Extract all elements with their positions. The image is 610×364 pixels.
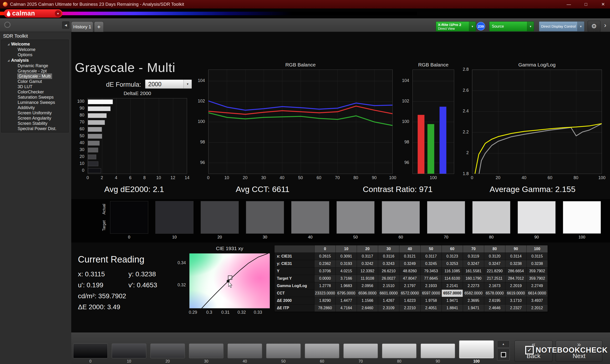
chevron-down-icon: ▼: [183, 80, 192, 88]
expand-right-chevron[interactable]: ›: [602, 21, 609, 29]
pattern-swatch-10[interactable]: [112, 343, 146, 358]
sidebar-item-dynamic-range[interactable]: Dynamic Range: [1, 63, 68, 68]
section-label: Welcome: [11, 42, 30, 47]
display-control-dropdown[interactable]: Direct Display Control ▼: [539, 21, 584, 31]
table-cell: 6596.0000: [357, 290, 378, 297]
pattern-swatch-90[interactable]: [421, 343, 455, 358]
x-axis-tick: 80: [569, 175, 583, 180]
tab-bar: ◀ History 1 + X-Rite i1Pro 2 Direct View…: [0, 18, 610, 32]
sidebar-item-luminance-sweeps[interactable]: Luminance Sweeps: [1, 100, 68, 105]
table-cell: 1.2778: [314, 282, 336, 290]
sidebar-item-welcome[interactable]: Welcome: [1, 47, 68, 52]
close-button[interactable]: ✕: [599, 2, 607, 7]
reading-cdm2: cd/m²: 359.7902: [78, 292, 126, 300]
pattern-swatch-20[interactable]: [150, 343, 185, 358]
sidebar-section-welcome[interactable]: ◢Welcome: [1, 41, 68, 47]
table-cell: 0.3253: [442, 260, 463, 268]
table-row-label: ΔE 2000: [274, 297, 314, 304]
sidebar-item-screen-uniformity[interactable]: Screen Uniformity: [1, 110, 68, 116]
table-col-header: 80: [484, 245, 506, 253]
item-label: Dynamic Range: [18, 63, 48, 68]
table-cell: 2.0956: [357, 282, 378, 290]
sidebar-item-screen-stability[interactable]: Screen Stability: [1, 121, 68, 126]
sidebar-item-grayscale-2pt[interactable]: Grayscale - 2pt: [1, 68, 68, 74]
swatch-label: 100: [563, 235, 601, 240]
chevron-down-icon: ▼: [527, 22, 534, 31]
table-cell: 217.2511: [484, 275, 506, 282]
sidebar-item-options[interactable]: Options: [1, 52, 68, 57]
de-formula-value: 2000: [148, 81, 162, 88]
table-cell: 0.3242: [357, 260, 378, 268]
pattern-level-70: 70: [343, 340, 378, 364]
pattern-window-up-button[interactable]: ▲: [497, 340, 510, 348]
logo-menu-button[interactable]: ▼: [55, 10, 61, 17]
pattern-swatch-60[interactable]: [305, 343, 339, 358]
x-axis-tick: 0.32: [234, 310, 249, 315]
app-icon: [3, 2, 8, 7]
sidebar-section-analysis[interactable]: ◢Analysis: [1, 57, 68, 63]
table-cell: 48.8260: [399, 268, 421, 275]
nav-circle-icon[interactable]: [4, 22, 11, 28]
y-axis-tick: 2: [458, 150, 469, 155]
swatch-color: [427, 201, 465, 234]
table-cell: 3.7166: [336, 275, 357, 282]
meter-dropdown[interactable]: X-Rite i1Pro 2 Direct View ▼: [436, 21, 476, 31]
item-label: ColorChecker: [18, 90, 44, 94]
rainbow-gradient: [0, 12, 417, 15]
table-cell: 0.3249: [399, 260, 421, 268]
table-cell: 1.9758: [421, 297, 442, 304]
y-axis-tick: 100: [194, 119, 205, 124]
tab-history-1[interactable]: History 1: [71, 21, 93, 32]
add-tab-button[interactable]: +: [94, 21, 104, 32]
item-label: 3D LUT: [18, 84, 32, 89]
table-cell: 6578.0000: [484, 290, 506, 297]
sidebar-item-color-gamut[interactable]: Color Gamut: [1, 79, 68, 84]
pattern-swatch-0[interactable]: [73, 343, 108, 358]
sidebar-item-3d-lut[interactable]: 3D LUT: [1, 84, 68, 89]
table-cell: 2.3695: [463, 297, 484, 304]
pattern-swatch-30[interactable]: [189, 343, 223, 358]
meter-count-badge: 239: [477, 22, 485, 30]
x-axis-tick: 100: [386, 175, 400, 180]
sidebar-item-colorchecker[interactable]: ColorChecker: [1, 89, 68, 95]
table-cell: 47.8047: [399, 275, 421, 282]
reading-x: x: 0.3115: [78, 270, 105, 278]
pattern-swatch-80[interactable]: [382, 343, 416, 358]
sidebar-item-grayscale-multi[interactable]: Grayscale - Multi: [1, 74, 68, 79]
pattern-window-button[interactable]: [497, 349, 510, 361]
chart-title: Gamma Log/Log: [472, 62, 602, 68]
item-label: Saturation Sweeps: [18, 95, 54, 100]
y-axis-tick: 10: [73, 161, 84, 166]
calman-logo-button[interactable]: calman ▼: [4, 9, 63, 18]
pattern-swatch-40[interactable]: [228, 343, 262, 358]
sidebar-item-spectral-power-dist[interactable]: Spectral Power Dist.: [1, 126, 68, 131]
sidebar-collapse-button[interactable]: ◀: [62, 21, 69, 29]
table-cell: 6582.0000: [463, 290, 484, 297]
table-row-label: CCT: [274, 290, 314, 297]
pattern-swatch-100[interactable]: [459, 340, 494, 358]
minimize-button[interactable]: —: [565, 2, 572, 7]
swatch-color: [201, 201, 239, 234]
swatch-color: [518, 201, 556, 234]
pattern-swatch-70[interactable]: [343, 343, 378, 358]
table-cell: 161.5581: [463, 268, 484, 275]
settings-gear-button[interactable]: ⚙: [588, 21, 600, 32]
x-axis-tick: 100: [595, 175, 609, 180]
table-cell: 1.4477: [336, 297, 357, 304]
sidebar-item-saturation-sweeps[interactable]: Saturation Sweeps: [1, 95, 68, 100]
pattern-label: 100: [459, 359, 494, 364]
measurement-table: 0102030405060708090100x: CIE310.26150.30…: [274, 245, 548, 312]
current-reading-xy: x: 0.3115 y: 0.3238: [78, 270, 211, 278]
table-cell: 1.8841: [442, 304, 463, 312]
sidebar-item-screen-angularity[interactable]: Screen Angularity: [1, 116, 68, 121]
chart-title: RGB Balance: [208, 62, 393, 68]
maximize-button[interactable]: □: [582, 2, 589, 7]
table-cell: 359.7902: [527, 275, 548, 282]
sidebar-item-additivity[interactable]: Additivity: [1, 105, 68, 110]
avg-de2000-stat: Avg dE2000: 2.1: [104, 185, 164, 194]
grayscale-swatch-60: 60: [382, 201, 420, 240]
source-dropdown[interactable]: Source ▼: [489, 21, 534, 31]
swatch-color: [472, 201, 510, 234]
de-formula-dropdown[interactable]: 2000 ▼: [145, 79, 192, 89]
pattern-swatch-50[interactable]: [266, 343, 301, 358]
